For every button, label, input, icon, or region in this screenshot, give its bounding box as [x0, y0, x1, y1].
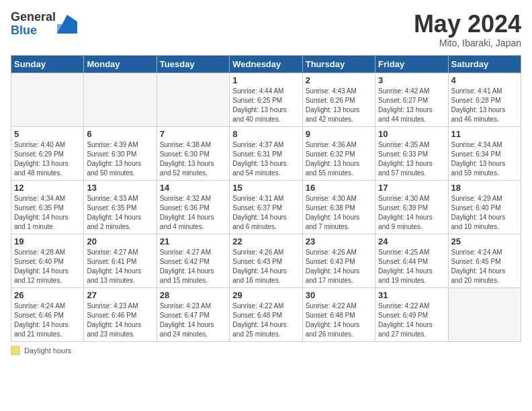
day-info: Sunrise: 4:44 AM Sunset: 6:25 PM Dayligh… [232, 87, 299, 124]
calendar-cell: 1Sunrise: 4:44 AM Sunset: 6:25 PM Daylig… [230, 73, 302, 126]
calendar-cell [448, 287, 521, 341]
day-info: Sunrise: 4:23 AM Sunset: 6:47 PM Dayligh… [160, 302, 226, 339]
calendar-cell [84, 73, 157, 126]
day-info: Sunrise: 4:37 AM Sunset: 6:31 PM Dayligh… [232, 140, 299, 178]
week-row-3: 12Sunrise: 4:34 AM Sunset: 6:35 PM Dayli… [11, 180, 521, 234]
day-number: 3 [378, 75, 445, 85]
calendar-cell: 24Sunrise: 4:25 AM Sunset: 6:44 PM Dayli… [375, 234, 448, 287]
week-row-1: 1Sunrise: 4:44 AM Sunset: 6:25 PM Daylig… [11, 73, 521, 126]
day-number: 13 [87, 183, 153, 193]
day-info: Sunrise: 4:27 AM Sunset: 6:42 PM Dayligh… [160, 248, 226, 285]
day-info: Sunrise: 4:34 AM Sunset: 6:34 PM Dayligh… [451, 140, 518, 178]
logo-general-text: General [11, 11, 56, 24]
week-row-4: 19Sunrise: 4:28 AM Sunset: 6:40 PM Dayli… [11, 234, 521, 287]
day-info: Sunrise: 4:30 AM Sunset: 6:39 PM Dayligh… [378, 194, 445, 232]
day-info: Sunrise: 4:32 AM Sunset: 6:36 PM Dayligh… [160, 194, 226, 232]
day-number: 19 [14, 236, 81, 246]
day-number: 9 [306, 129, 372, 139]
calendar-header-row: SundayMondayTuesdayWednesdayThursdayFrid… [11, 55, 521, 73]
day-number: 18 [451, 183, 518, 193]
day-number: 21 [160, 236, 226, 246]
day-number: 24 [378, 236, 445, 246]
logo-blue-text: Blue [11, 24, 56, 38]
calendar-cell: 3Sunrise: 4:42 AM Sunset: 6:27 PM Daylig… [375, 73, 448, 126]
column-header-thursday: Thursday [302, 55, 375, 73]
day-number: 2 [306, 75, 372, 85]
day-info: Sunrise: 4:26 AM Sunset: 6:43 PM Dayligh… [232, 248, 299, 285]
calendar-cell [11, 73, 84, 126]
calendar-cell: 30Sunrise: 4:22 AM Sunset: 6:48 PM Dayli… [302, 287, 375, 341]
calendar-cell: 10Sunrise: 4:35 AM Sunset: 6:33 PM Dayli… [375, 126, 448, 180]
day-info: Sunrise: 4:22 AM Sunset: 6:48 PM Dayligh… [306, 302, 372, 339]
logo: General Blue [11, 11, 77, 38]
day-info: Sunrise: 4:26 AM Sunset: 6:43 PM Dayligh… [306, 248, 372, 285]
day-info: Sunrise: 4:24 AM Sunset: 6:46 PM Dayligh… [14, 302, 81, 339]
day-number: 29 [232, 290, 299, 300]
day-info: Sunrise: 4:36 AM Sunset: 6:32 PM Dayligh… [306, 140, 372, 178]
day-number: 5 [14, 129, 81, 139]
week-row-5: 26Sunrise: 4:24 AM Sunset: 6:46 PM Dayli… [11, 287, 521, 341]
day-info: Sunrise: 4:29 AM Sunset: 6:40 PM Dayligh… [451, 194, 518, 232]
calendar-table: SundayMondayTuesdayWednesdayThursdayFrid… [11, 55, 521, 342]
calendar-cell: 22Sunrise: 4:26 AM Sunset: 6:43 PM Dayli… [230, 234, 302, 287]
day-info: Sunrise: 4:25 AM Sunset: 6:44 PM Dayligh… [378, 248, 445, 285]
day-number: 30 [306, 290, 372, 300]
day-number: 31 [378, 290, 445, 300]
day-number: 10 [378, 129, 445, 139]
column-header-monday: Monday [84, 55, 157, 73]
day-info: Sunrise: 4:31 AM Sunset: 6:37 PM Dayligh… [232, 194, 299, 232]
column-header-friday: Friday [375, 55, 448, 73]
calendar-cell: 6Sunrise: 4:39 AM Sunset: 6:30 PM Daylig… [84, 126, 157, 180]
calendar-cell: 27Sunrise: 4:23 AM Sunset: 6:46 PM Dayli… [84, 287, 157, 341]
day-info: Sunrise: 4:22 AM Sunset: 6:49 PM Dayligh… [378, 302, 445, 339]
calendar-cell: 29Sunrise: 4:22 AM Sunset: 6:48 PM Dayli… [230, 287, 302, 341]
calendar-cell: 9Sunrise: 4:36 AM Sunset: 6:32 PM Daylig… [302, 126, 375, 180]
svg-marker-1 [57, 24, 71, 34]
day-info: Sunrise: 4:38 AM Sunset: 6:30 PM Dayligh… [160, 140, 226, 178]
day-number: 15 [232, 183, 299, 193]
title-block: May 2024 Mito, Ibaraki, Japan [414, 11, 521, 48]
day-number: 6 [87, 129, 153, 139]
calendar-cell: 2Sunrise: 4:43 AM Sunset: 6:26 PM Daylig… [302, 73, 375, 126]
calendar-cell: 8Sunrise: 4:37 AM Sunset: 6:31 PM Daylig… [230, 126, 302, 180]
day-info: Sunrise: 4:39 AM Sunset: 6:30 PM Dayligh… [87, 140, 153, 178]
calendar-cell: 26Sunrise: 4:24 AM Sunset: 6:46 PM Dayli… [11, 287, 84, 341]
day-number: 11 [451, 129, 518, 139]
calendar-cell: 19Sunrise: 4:28 AM Sunset: 6:40 PM Dayli… [11, 234, 84, 287]
day-info: Sunrise: 4:34 AM Sunset: 6:35 PM Dayligh… [14, 194, 81, 232]
column-header-sunday: Sunday [11, 55, 84, 73]
week-row-2: 5Sunrise: 4:40 AM Sunset: 6:29 PM Daylig… [11, 126, 521, 180]
day-info: Sunrise: 4:43 AM Sunset: 6:26 PM Dayligh… [306, 87, 372, 124]
column-header-tuesday: Tuesday [157, 55, 229, 73]
daylight-label: Daylight hours [24, 347, 71, 355]
day-info: Sunrise: 4:28 AM Sunset: 6:40 PM Dayligh… [14, 248, 81, 285]
day-info: Sunrise: 4:22 AM Sunset: 6:48 PM Dayligh… [232, 302, 299, 339]
day-number: 8 [232, 129, 299, 139]
day-info: Sunrise: 4:42 AM Sunset: 6:27 PM Dayligh… [378, 87, 445, 124]
calendar-cell [157, 73, 229, 126]
day-number: 25 [451, 236, 518, 246]
logo-icon [57, 15, 77, 34]
day-number: 22 [232, 236, 299, 246]
calendar-cell: 18Sunrise: 4:29 AM Sunset: 6:40 PM Dayli… [448, 180, 521, 234]
day-number: 27 [87, 290, 153, 300]
day-info: Sunrise: 4:40 AM Sunset: 6:29 PM Dayligh… [14, 140, 81, 178]
day-info: Sunrise: 4:23 AM Sunset: 6:46 PM Dayligh… [87, 302, 153, 339]
day-number: 16 [306, 183, 372, 193]
location-text: Mito, Ibaraki, Japan [414, 38, 521, 48]
column-header-saturday: Saturday [448, 55, 521, 73]
day-number: 12 [14, 183, 81, 193]
month-title: May 2024 [414, 11, 521, 38]
calendar-cell: 23Sunrise: 4:26 AM Sunset: 6:43 PM Dayli… [302, 234, 375, 287]
day-number: 20 [87, 236, 153, 246]
day-info: Sunrise: 4:27 AM Sunset: 6:41 PM Dayligh… [87, 248, 153, 285]
day-number: 28 [160, 290, 226, 300]
day-info: Sunrise: 4:41 AM Sunset: 6:28 PM Dayligh… [451, 87, 518, 124]
day-number: 14 [160, 183, 226, 193]
day-number: 7 [160, 129, 226, 139]
calendar-cell: 11Sunrise: 4:34 AM Sunset: 6:34 PM Dayli… [448, 126, 521, 180]
page-header: General Blue May 2024 Mito, Ibaraki, Jap… [11, 11, 521, 48]
day-number: 1 [232, 75, 299, 85]
calendar-cell: 14Sunrise: 4:32 AM Sunset: 6:36 PM Dayli… [157, 180, 229, 234]
calendar-cell: 17Sunrise: 4:30 AM Sunset: 6:39 PM Dayli… [375, 180, 448, 234]
